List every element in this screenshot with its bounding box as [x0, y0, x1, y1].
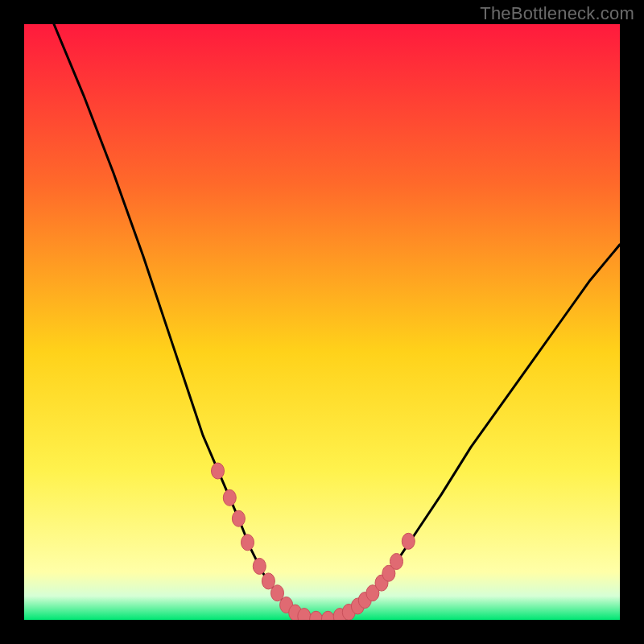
- marker-point: [253, 558, 266, 574]
- marker-point: [242, 535, 254, 551]
- chart-svg: [24, 24, 620, 620]
- plot-area: [24, 24, 620, 620]
- marker-point: [390, 553, 403, 569]
- watermark-label: TheBottleneck.com: [480, 3, 634, 24]
- gradient-background: [24, 24, 620, 620]
- marker-point: [232, 510, 245, 526]
- marker-point: [298, 609, 311, 620]
- marker-point: [212, 463, 225, 479]
- marker-point: [402, 533, 415, 549]
- marker-point: [223, 489, 236, 506]
- chart-frame: TheBottleneck.com: [0, 0, 644, 644]
